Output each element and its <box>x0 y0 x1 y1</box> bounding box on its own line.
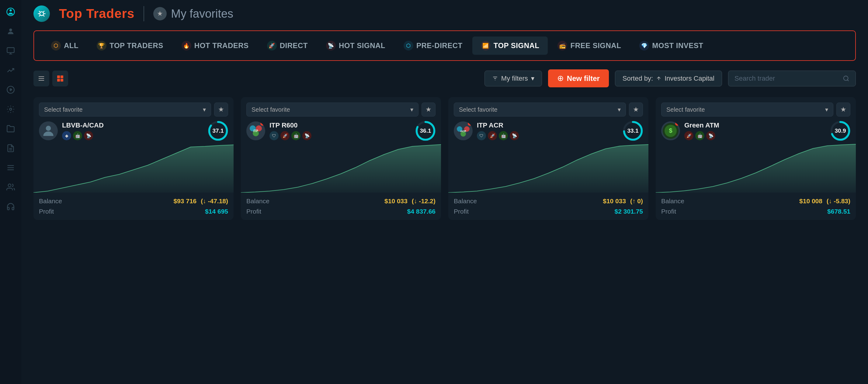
search-icon <box>843 75 849 82</box>
svg-rect-22 <box>61 79 63 82</box>
badge-bot-icon-2: 🤖 <box>499 131 508 140</box>
sidebar-item-settings[interactable] <box>4 103 17 116</box>
trader-avatar-3: $ <box>661 121 680 140</box>
sidebar-item-support[interactable] <box>4 200 17 213</box>
category-tab-all[interactable]: ⬡ ALL <box>42 36 87 55</box>
trader-name-1: ITP R600 <box>270 121 311 129</box>
favorite-star-button-3[interactable]: ★ <box>836 102 850 117</box>
sidebar-item-analytics[interactable] <box>4 64 17 77</box>
balance-change-1: (↓ -12.2) <box>412 198 436 205</box>
svg-text:$: $ <box>669 127 672 134</box>
svg-marker-40 <box>241 145 441 193</box>
score-value-1: 36.1 <box>420 127 431 134</box>
sidebar-item-orders[interactable] <box>4 161 17 174</box>
balance-row-0: Balance $93 716 (↓ -47.18) <box>39 198 228 205</box>
nav-divider <box>144 6 144 21</box>
select-favorite-dropdown-3[interactable]: Select favorite ▾ <box>661 102 833 117</box>
trader-name-2: ITP ACR <box>477 121 519 129</box>
badge-diamond-icon: ◆ <box>62 131 71 140</box>
profit-value-3: $678.51 <box>827 208 850 215</box>
balance-change-2: (↑ 0) <box>630 198 643 205</box>
balance-label-2: Balance <box>454 198 477 205</box>
category-tab-direct[interactable]: 🚀 DIRECT <box>258 36 316 55</box>
most-invest-badge-icon: 💎 <box>639 41 649 51</box>
badge-shield-icon-2: 🛡 <box>477 131 486 140</box>
select-favorite-label-3: Select favorite <box>666 106 705 113</box>
category-tab-most-invest[interactable]: 💎 MOST INVEST <box>631 36 712 55</box>
badge-shield-icon: 🛡 <box>270 131 279 140</box>
svg-rect-21 <box>57 79 60 82</box>
list-view-button[interactable] <box>33 70 49 86</box>
trader-card-0: Select favorite ▾ ★ LBVB-A/CAD ◆ <box>33 97 234 220</box>
select-favorite-dropdown-2[interactable]: Select favorite ▾ <box>454 102 626 117</box>
svg-marker-48 <box>448 145 648 193</box>
my-filters-button[interactable]: My filters ▾ <box>485 70 542 86</box>
sidebar-item-signals[interactable] <box>4 45 17 57</box>
new-filter-label: New filter <box>567 74 600 83</box>
favorite-star-button-0[interactable]: ★ <box>214 102 228 117</box>
search-box[interactable] <box>728 70 856 86</box>
category-tab-top-traders[interactable]: 🏆 TOP TRADERS <box>88 36 172 55</box>
select-favorite-label-1: Select favorite <box>251 106 290 113</box>
hot-signal-badge-icon: 📡 <box>326 41 336 51</box>
category-tab-hot-signal[interactable]: 📡 HOT SIGNAL <box>317 36 394 55</box>
balance-change-0: (↓ -47.18) <box>201 198 228 205</box>
balance-change-3: (↓ -5.83) <box>827 198 850 205</box>
svg-marker-32 <box>33 145 234 193</box>
new-filter-button[interactable]: ⊕ New filter <box>548 69 609 87</box>
search-input[interactable] <box>735 75 839 83</box>
sidebar-item-user[interactable] <box>4 5 17 18</box>
select-favorite-label-2: Select favorite <box>459 106 498 113</box>
trader-card-2: Select favorite ▾ ★ <box>448 97 648 220</box>
favorite-star-button-2[interactable]: ★ <box>629 102 643 117</box>
balance-row-1: Balance $10 033 (↓ -12.2) <box>246 198 436 205</box>
profit-label-0: Profit <box>39 208 54 215</box>
select-favorite-dropdown-0[interactable]: Select favorite ▾ <box>39 102 211 117</box>
svg-rect-3 <box>7 48 14 53</box>
category-tab-hot-traders[interactable]: 🔥 HOT TRADERS <box>173 36 257 55</box>
traders-grid: Select favorite ▾ ★ LBVB-A/CAD ◆ <box>33 97 856 220</box>
svg-line-28 <box>847 80 848 81</box>
svg-point-2 <box>9 29 12 31</box>
dropdown-arrow-2: ▾ <box>618 106 621 113</box>
sorted-value: Investors Capital <box>664 75 714 83</box>
score-value-2: 33.1 <box>627 127 639 134</box>
category-top-signal-label: TOP SIGNAL <box>494 41 539 50</box>
badge-signal-icon-1: 📡 <box>302 131 311 140</box>
category-tab-pre-direct[interactable]: ⬡ PRE-DIRECT <box>395 36 471 55</box>
sidebar-item-finance[interactable] <box>4 83 17 96</box>
grid-view-button[interactable] <box>52 70 68 86</box>
category-tab-free-signal[interactable]: 📻 FREE SIGNAL <box>549 36 629 55</box>
select-favorite-dropdown-1[interactable]: Select favorite ▾ <box>246 102 418 117</box>
sidebar-item-profile[interactable] <box>4 25 17 38</box>
category-most-invest-label: MOST INVEST <box>652 41 703 50</box>
favorites-nav[interactable]: ★ My favorites <box>153 7 233 20</box>
trader-avatar-2: ACR <box>454 121 473 140</box>
hot-traders-badge-icon: 🔥 <box>182 41 191 51</box>
trader-chart-2 <box>448 144 648 193</box>
balance-row-2: Balance $10 033 (↑ 0) <box>454 198 643 205</box>
svg-point-14 <box>8 184 11 187</box>
balance-value-0: $93 716 (↓ -47.18) <box>173 198 228 205</box>
trader-chart-1 <box>241 144 441 193</box>
category-tab-top-signal[interactable]: 📶 TOP SIGNAL <box>472 36 548 55</box>
profit-label-3: Profit <box>661 208 676 215</box>
sort-button[interactable]: Sorted by: Investors Capital <box>615 70 722 86</box>
profit-value-1: $4 837.66 <box>407 208 436 215</box>
sidebar-item-folder[interactable] <box>4 122 17 135</box>
trader-avatar-0 <box>39 121 58 140</box>
trader-stats-2: Balance $10 033 (↑ 0) Profit $2 301.75 <box>448 193 648 220</box>
select-favorite-row-0: Select favorite ▾ ★ <box>39 102 228 117</box>
sidebar-item-reports[interactable] <box>4 142 17 154</box>
sidebar-item-community[interactable] <box>4 181 17 194</box>
trader-badges-3: 🚀 🤖 📡 <box>684 131 719 140</box>
svg-rect-20 <box>61 76 63 78</box>
badge-bot-icon-3: 🤖 <box>695 131 704 140</box>
top-navigation: Top Traders ★ My favorites <box>33 5 856 22</box>
badge-bot-icon: 🤖 <box>73 131 82 140</box>
trader-chart-0 <box>33 144 234 193</box>
select-favorite-row-1: Select favorite ▾ ★ <box>246 102 436 117</box>
score-ring-1: 36.1 <box>415 121 436 141</box>
favorite-star-button-1[interactable]: ★ <box>422 102 436 117</box>
svg-marker-54 <box>656 144 856 193</box>
